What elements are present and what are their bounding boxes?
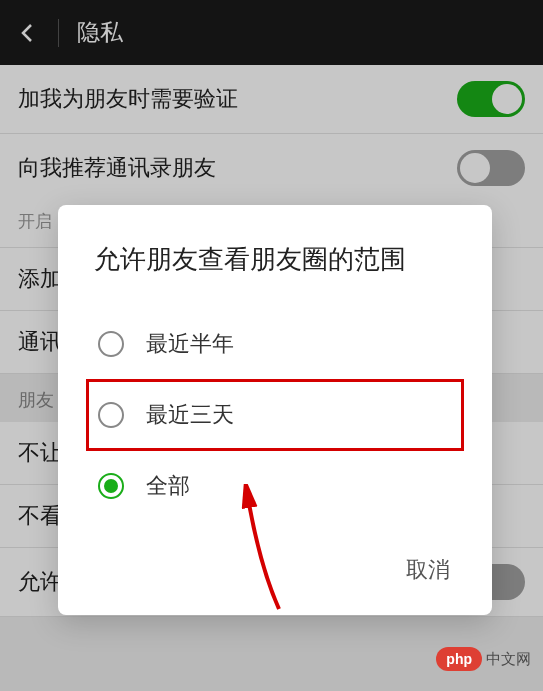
radio-icon bbox=[98, 331, 124, 357]
option-label: 最近三天 bbox=[146, 400, 234, 430]
option-three-days[interactable]: 最近三天 bbox=[86, 379, 464, 451]
moments-range-dialog: 允许朋友查看朋友圈的范围 最近半年 最近三天 全部 取消 bbox=[58, 205, 492, 615]
dialog-title: 允许朋友查看朋友圈的范围 bbox=[94, 241, 456, 277]
watermark-pill: php bbox=[436, 647, 482, 671]
option-half-year[interactable]: 最近半年 bbox=[94, 311, 456, 377]
radio-icon-selected bbox=[98, 473, 124, 499]
dialog-footer: 取消 bbox=[94, 547, 456, 593]
option-label: 全部 bbox=[146, 471, 190, 501]
option-label: 最近半年 bbox=[146, 329, 234, 359]
cancel-button[interactable]: 取消 bbox=[400, 547, 456, 593]
watermark-badge: php 中文网 bbox=[436, 647, 531, 671]
watermark-text: 中文网 bbox=[486, 650, 531, 669]
option-all[interactable]: 全部 bbox=[94, 453, 456, 519]
radio-icon bbox=[98, 402, 124, 428]
